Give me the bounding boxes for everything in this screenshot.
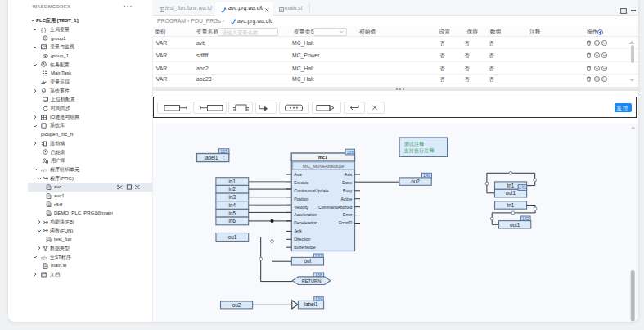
svg-text:Busy: Busy xyxy=(343,188,353,193)
svg-text:Done: Done xyxy=(342,180,352,185)
svg-text:测试注释: 测试注释 xyxy=(404,141,425,147)
svg-text:MC_MoveAbsolute: MC_MoveAbsolute xyxy=(303,164,345,169)
svg-text:in5: in5 xyxy=(229,210,236,216)
svg-text:ContinuousUpdate: ContinuousUpdate xyxy=(294,188,328,193)
svg-text:Position: Position xyxy=(294,197,308,201)
svg-text:ou2: ou2 xyxy=(411,179,420,184)
svg-text:Active: Active xyxy=(341,197,353,201)
svg-text::: : xyxy=(223,155,225,160)
svg-text:Axis: Axis xyxy=(345,172,353,177)
svg-text:ErrorID: ErrorID xyxy=(339,220,353,225)
svg-text:ou1: ou1 xyxy=(228,234,237,240)
svg-text:Direction: Direction xyxy=(294,237,310,242)
svg-text:</>: </> xyxy=(41,255,47,260)
svg-text:out: out xyxy=(304,258,312,264)
svg-text:Axis: Axis xyxy=(294,172,302,177)
svg-text:ou2: ou2 xyxy=(232,302,241,308)
svg-text:in6: in6 xyxy=(229,218,236,224)
svg-text:Jerk: Jerk xyxy=(294,228,302,233)
svg-text:Execute: Execute xyxy=(294,180,309,185)
svg-text:in4: in4 xyxy=(229,202,236,208)
svg-text:in1: in1 xyxy=(229,179,236,184)
svg-text:out1: out1 xyxy=(510,222,520,228)
svg-text:label1: label1 xyxy=(205,155,218,160)
svg-text:in2: in2 xyxy=(229,186,236,192)
svg-text:Deceleration: Deceleration xyxy=(294,220,317,225)
svg-text:支持换行注释: 支持换行注释 xyxy=(403,147,435,154)
svg-text:Acceleration: Acceleration xyxy=(294,212,317,217)
svg-text:in1: in1 xyxy=(507,202,515,208)
svg-text:label1: label1 xyxy=(304,301,318,307)
svg-text:in1: in1 xyxy=(507,183,515,188)
svg-text:mc1: mc1 xyxy=(318,155,327,160)
svg-text:RETURN: RETURN xyxy=(302,278,322,283)
svg-text:136: 136 xyxy=(346,150,354,155)
svg-text:{ }: { } xyxy=(41,27,47,33)
svg-text:BufferMode: BufferMode xyxy=(294,245,315,250)
svg-text:141: 141 xyxy=(519,185,526,190)
svg-text:out1: out1 xyxy=(506,190,516,196)
svg-text:Velocity: Velocity xyxy=(294,205,308,210)
svg-text:in3: in3 xyxy=(229,194,236,200)
svg-text:CommandAborted: CommandAborted xyxy=(318,205,353,210)
svg-text:Error: Error xyxy=(343,212,353,217)
svg-text:</>: </> xyxy=(41,167,47,173)
